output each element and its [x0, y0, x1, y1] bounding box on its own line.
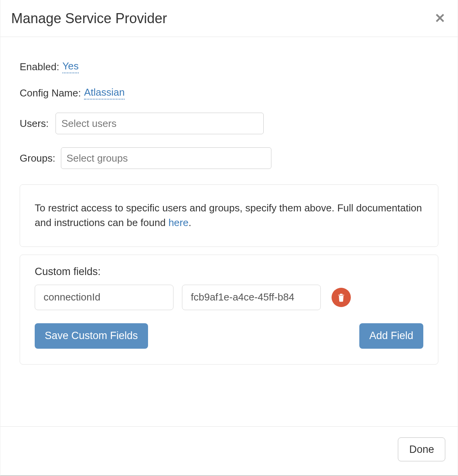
add-field-button[interactable]: Add Field — [359, 323, 423, 349]
info-box: To restrict access to specific users and… — [20, 184, 438, 246]
enabled-row: Enabled: Yes — [20, 60, 438, 73]
groups-row: Groups: Select groups — [20, 147, 438, 169]
users-label: Users: — [20, 118, 49, 130]
modal-title: Manage Service Provider — [11, 10, 167, 27]
custom-buttons-row: Save Custom Fields Add Field — [35, 323, 423, 349]
delete-field-button[interactable] — [332, 288, 351, 307]
manage-service-provider-modal: Manage Service Provider ✕ Enabled: Yes C… — [0, 0, 458, 476]
modal-body: Enabled: Yes Config Name: Atlassian User… — [0, 37, 458, 426]
groups-label: Groups: — [20, 152, 56, 164]
custom-field-value-input[interactable] — [182, 285, 321, 310]
docs-link[interactable]: here — [168, 217, 189, 228]
enabled-value-toggle[interactable]: Yes — [62, 60, 79, 73]
done-button[interactable]: Done — [398, 437, 445, 461]
trash-icon — [337, 293, 345, 302]
info-text-after: . — [189, 217, 191, 228]
groups-select[interactable]: Select groups — [61, 147, 271, 169]
config-name-label: Config Name: — [20, 87, 81, 99]
modal-footer: Done — [0, 426, 458, 475]
custom-field-row — [35, 285, 423, 310]
config-name-value[interactable]: Atlassian — [84, 86, 125, 100]
close-icon[interactable]: ✕ — [433, 10, 447, 26]
enabled-label: Enabled: — [20, 61, 59, 73]
custom-fields-box: Custom fields: Save Custom Fields Add Fi… — [20, 255, 438, 365]
config-name-row: Config Name: Atlassian — [20, 86, 438, 100]
users-row: Users: Select users — [20, 113, 438, 134]
info-text-before: To restrict access to specific users and… — [35, 202, 422, 228]
users-select[interactable]: Select users — [56, 113, 264, 134]
modal-header: Manage Service Provider ✕ — [0, 0, 458, 37]
custom-field-key-input[interactable] — [35, 285, 173, 310]
custom-fields-heading: Custom fields: — [35, 266, 423, 278]
save-custom-fields-button[interactable]: Save Custom Fields — [35, 323, 148, 349]
